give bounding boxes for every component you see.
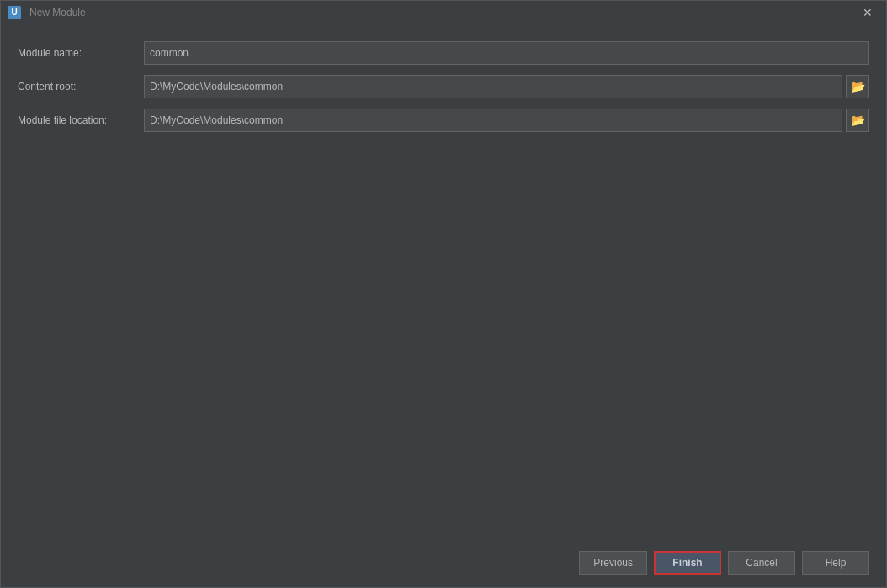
module-file-location-browse-button[interactable]: 📂	[846, 109, 869, 132]
app-icon: U	[8, 6, 21, 19]
module-name-row: Module name:	[18, 41, 869, 65]
module-file-location-label: Module file location:	[18, 114, 144, 126]
button-row: Previous Finish Cancel Help	[1, 543, 886, 587]
dialog-content: Module name: Content root: 📂	[1, 24, 886, 543]
app-icon-letter: U	[11, 8, 17, 17]
help-button[interactable]: Help	[802, 551, 869, 575]
previous-button[interactable]: Previous	[579, 551, 647, 575]
content-root-label: Content root:	[18, 81, 144, 93]
content-root-row: Content root: 📂	[18, 75, 869, 98]
title-bar-controls: ✕	[856, 1, 879, 24]
cancel-button[interactable]: Cancel	[728, 551, 795, 575]
module-file-location-row: Module file location: 📂	[18, 109, 869, 132]
content-root-input[interactable]	[144, 75, 842, 98]
finish-button[interactable]: Finish	[654, 551, 721, 575]
module-name-input-container	[144, 41, 869, 65]
new-module-dialog: U New Module ✕ Module name: Content	[0, 0, 887, 588]
title-bar: U New Module ✕	[1, 1, 886, 24]
module-name-input[interactable]	[144, 41, 869, 65]
dialog-title: New Module	[29, 7, 86, 19]
content-root-browse-button[interactable]: 📂	[846, 75, 869, 98]
close-button[interactable]: ✕	[856, 1, 879, 24]
module-name-label: Module name:	[18, 47, 144, 59]
module-file-location-input[interactable]	[144, 109, 842, 132]
title-bar-title: New Module	[26, 7, 856, 19]
folder-icon-2: 📂	[851, 114, 865, 127]
content-root-input-container: 📂	[144, 75, 869, 98]
module-file-location-input-container: 📂	[144, 109, 869, 132]
form-area: Module name: Content root: 📂	[18, 41, 869, 132]
folder-icon: 📂	[851, 80, 865, 93]
